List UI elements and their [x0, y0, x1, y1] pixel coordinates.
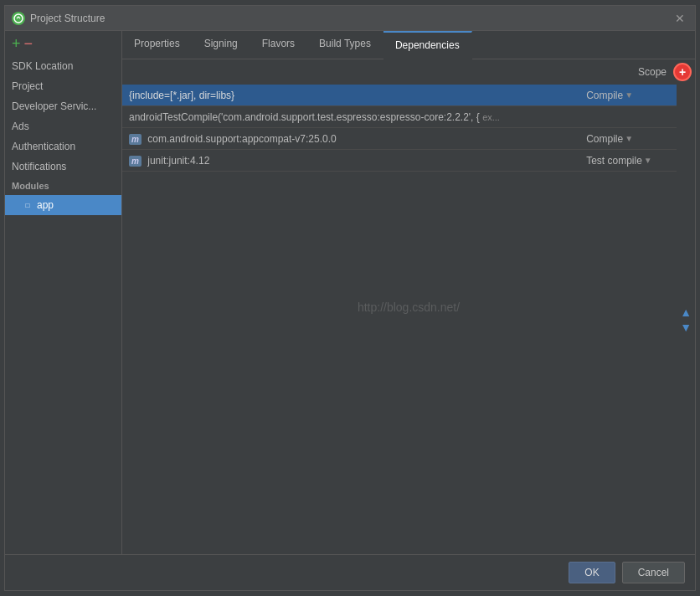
dep-header: Scope + [122, 59, 695, 85]
tab-signing[interactable]: Signing [193, 31, 250, 59]
project-structure-dialog: Project Structure ✕ + − SDK Location Pro… [4, 5, 696, 591]
tab-build-types[interactable]: Build Types [307, 31, 383, 59]
module-icon: □ [22, 199, 33, 211]
dep-scope-dropdown-3[interactable]: ▼ [625, 134, 633, 143]
sidebar-item-project[interactable]: Project [5, 76, 121, 96]
title-bar: Project Structure ✕ [5, 6, 695, 31]
tab-dependencies[interactable]: Dependencies [383, 31, 472, 59]
dialog-footer: OK Cancel [5, 554, 695, 590]
window-title: Project Structure [30, 13, 672, 24]
dep-table: {include=[*.jar], dir=libs} Compile ▼ an… [122, 85, 677, 554]
dep-name-2: androidTestCompile('com.android.support.… [129, 111, 586, 123]
dep-name-4: m junit:junit:4.12 [129, 155, 586, 167]
dep-main: {include=[*.jar], dir=libs} Compile ▼ an… [122, 85, 677, 554]
sidebar-item-sdk-location[interactable]: SDK Location [5, 56, 121, 76]
scope-header-label: Scope [638, 66, 667, 78]
main-content: Properties Signing Flavors Build Types D… [122, 31, 695, 554]
close-button[interactable]: ✕ [672, 10, 688, 27]
dep-name-1: {include=[*.jar], dir=libs} [129, 90, 586, 101]
tabs-bar: Properties Signing Flavors Build Types D… [122, 31, 695, 59]
cancel-button[interactable]: Cancel [622, 562, 685, 583]
sidebar-item-authentication[interactable]: Authentication [5, 136, 121, 157]
dep-scope-4: Test compile [586, 155, 642, 167]
app-icon [12, 12, 25, 25]
tab-flavors[interactable]: Flavors [250, 31, 307, 59]
svg-point-0 [14, 14, 23, 23]
dep-content-area: {include=[*.jar], dir=libs} Compile ▼ an… [122, 85, 695, 554]
modules-section-label: Modules [5, 177, 121, 195]
ok-button[interactable]: OK [569, 562, 615, 583]
sidebar-item-developer-services[interactable]: Developer Servic... [5, 96, 121, 116]
dep-scope-1: Compile [586, 90, 623, 101]
dep-scope-cell-3: Compile ▼ [586, 133, 670, 145]
dependencies-panel: Scope + {include=[*.jar], dir=libs} Comp… [122, 59, 695, 554]
dep-scope-3: Compile [586, 133, 623, 145]
sidebar-item-app[interactable]: □ app [5, 195, 121, 215]
dep-extra-2: ex... [482, 112, 500, 122]
sidebar-toolbar: + − [5, 31, 121, 56]
move-down-button[interactable]: ▼ [680, 321, 692, 333]
move-up-button[interactable]: ▲ [680, 306, 692, 318]
dep-row-3[interactable]: m com.android.support:appcompat-v7:25.0.… [122, 128, 677, 150]
dep-badge-4: m [129, 156, 142, 167]
dep-scope-cell-4: Test compile ▼ [586, 155, 670, 167]
dep-row-4[interactable]: m junit:junit:4.12 Test compile ▼ [122, 150, 677, 172]
sidebar-remove-button[interactable]: − [24, 36, 33, 51]
tab-properties[interactable]: Properties [122, 31, 193, 59]
side-arrows: ▲ ▼ [677, 85, 695, 554]
dialog-body: + − SDK Location Project Developer Servi… [5, 31, 695, 554]
dep-row-1[interactable]: {include=[*.jar], dir=libs} Compile ▼ [122, 85, 677, 106]
sidebar-item-ads[interactable]: Ads [5, 116, 121, 136]
sidebar-add-button[interactable]: + [12, 36, 21, 51]
sidebar: + − SDK Location Project Developer Servi… [5, 31, 122, 554]
dep-badge-3: m [129, 134, 142, 145]
sidebar-item-notifications[interactable]: Notifications [5, 157, 121, 177]
dep-scope-dropdown-4[interactable]: ▼ [644, 156, 652, 165]
dep-scope-cell-1: Compile ▼ [586, 90, 670, 101]
dep-name-3: m com.android.support:appcompat-v7:25.0.… [129, 133, 586, 145]
add-dependency-button[interactable]: + [673, 63, 692, 81]
dep-row-2[interactable]: androidTestCompile('com.android.support.… [122, 106, 677, 128]
dep-scope-dropdown-1[interactable]: ▼ [625, 90, 633, 100]
